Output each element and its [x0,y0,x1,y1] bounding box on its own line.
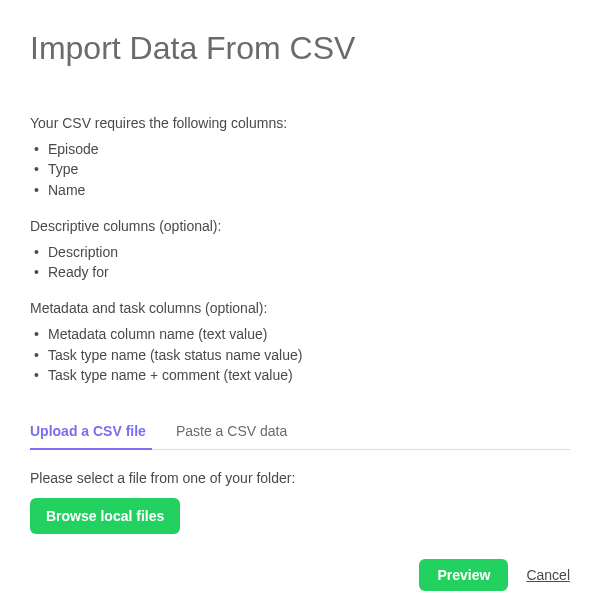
import-csv-dialog: Import Data From CSV Your CSV requires t… [0,0,600,611]
page-title: Import Data From CSV [30,30,570,67]
list-item: Metadata column name (text value) [30,324,570,344]
list-item: Type [30,159,570,179]
list-item: Task type name + comment (text value) [30,365,570,385]
list-item: Ready for [30,262,570,282]
tab-paste-csv[interactable]: Paste a CSV data [176,413,305,449]
descriptive-columns-intro: Descriptive columns (optional): [30,218,570,234]
tabs: Upload a CSV file Paste a CSV data [30,413,570,450]
dialog-footer: Preview Cancel [30,535,570,591]
list-item: Episode [30,139,570,159]
cancel-link[interactable]: Cancel [526,567,570,583]
preview-button[interactable]: Preview [419,559,508,591]
tab-upload-csv[interactable]: Upload a CSV file [30,413,164,449]
list-item: Description [30,242,570,262]
list-item: Task type name (task status name value) [30,345,570,365]
required-columns-intro: Your CSV requires the following columns: [30,115,570,131]
metadata-columns-list: Metadata column name (text value) Task t… [30,324,570,385]
required-columns-list: Episode Type Name [30,139,570,200]
metadata-columns-intro: Metadata and task columns (optional): [30,300,570,316]
select-file-instruction: Please select a file from one of your fo… [30,470,570,486]
browse-local-files-button[interactable]: Browse local files [30,498,180,534]
list-item: Name [30,180,570,200]
descriptive-columns-list: Description Ready for [30,242,570,283]
